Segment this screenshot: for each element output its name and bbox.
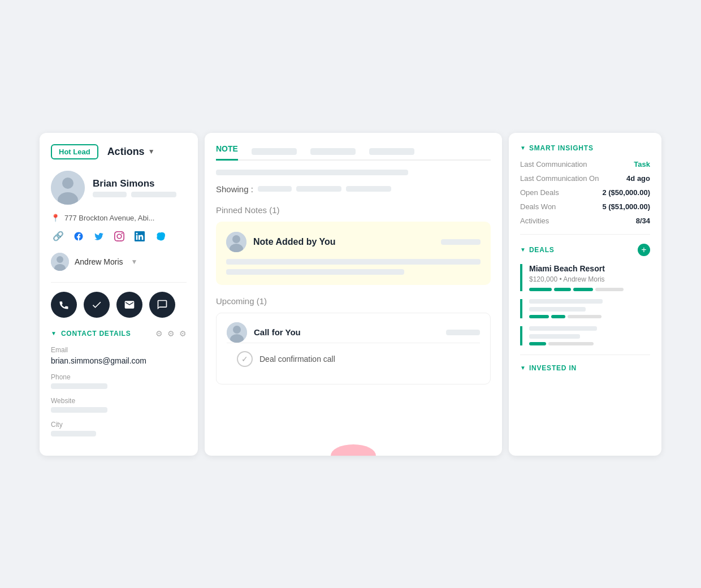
note-card: Note Added by You	[216, 222, 491, 285]
progress-bar-fill2	[554, 288, 571, 291]
tab-note[interactable]: NOTE	[216, 144, 238, 161]
progress-bar	[529, 315, 549, 318]
note-header: Note Added by You	[226, 232, 481, 252]
progress-bar-empty	[595, 288, 624, 291]
activities-row: Activities 8/34	[520, 217, 650, 225]
assigned-avatar	[51, 253, 69, 271]
deal1-name: Miami Beach Resort	[529, 264, 650, 273]
city-shimmer	[51, 431, 187, 436]
twitter-icon[interactable]	[92, 229, 106, 244]
progress-bar	[551, 315, 565, 318]
open-deals-label: Open Deals	[520, 188, 559, 197]
gear-icon[interactable]: ⚙	[179, 329, 187, 338]
open-deals-row: Open Deals 2 ($50,000.00)	[520, 188, 650, 197]
svg-point-7	[232, 235, 240, 243]
progress-bar-fill	[529, 288, 552, 291]
pink-blob-decoration	[331, 444, 376, 456]
invested-title: INVESTED IN	[529, 364, 577, 372]
shimmer-block	[131, 192, 176, 197]
address-row: 📍 777 Brockton Avenue, Abi...	[51, 214, 187, 222]
progress-bar-empty	[548, 342, 594, 345]
deals-section-header: ▼ DEALS	[520, 246, 555, 254]
check-circle: ✓	[237, 351, 253, 367]
deal1-progress	[529, 288, 650, 291]
smart-insights-header: ▼ SMART INSIGHTS	[520, 144, 650, 152]
action-icons	[51, 292, 187, 318]
activities-label: Activities	[520, 217, 549, 225]
hot-lead-badge[interactable]: Hot Lead	[51, 144, 98, 159]
right-panel: ▼ SMART INSIGHTS Last Communication Task…	[509, 133, 661, 456]
email-button[interactable]	[116, 292, 142, 318]
location-icon: 📍	[51, 214, 60, 222]
deal2-name-shimmer	[529, 299, 603, 304]
phone-label: Phone	[51, 373, 187, 381]
insights-chevron-icon[interactable]: ▼	[520, 145, 526, 151]
tabs-row: NOTE	[216, 144, 491, 161]
upcoming-title: Upcoming (1)	[216, 296, 491, 306]
actions-button[interactable]: Actions ▼	[107, 146, 155, 158]
settings-icon[interactable]: ⚙	[167, 329, 175, 338]
note-avatar	[226, 232, 246, 252]
deal3-progress	[529, 342, 650, 345]
add-deal-button[interactable]: +	[638, 244, 650, 256]
last-comm-value: Task	[634, 160, 650, 168]
assigned-name: Andrew Moris	[75, 257, 123, 266]
call-button[interactable]	[51, 292, 77, 318]
email-label: Email	[51, 346, 187, 354]
city-label: City	[51, 421, 187, 429]
call-avatar	[227, 322, 247, 343]
section-collapse-icon[interactable]: ▼	[51, 330, 57, 336]
profile-info: Brian Simons	[93, 178, 176, 197]
assigned-row: Andrew Moris ▼	[51, 253, 187, 271]
svg-point-4	[57, 256, 63, 263]
deals-won-value: 5 ($51,000.00)	[602, 202, 650, 211]
last-comm-label: Last Communication	[520, 160, 587, 168]
progress-bar-fill3	[573, 288, 593, 291]
deal3-sub-shimmer	[529, 334, 580, 339]
contact-details-icons: ⚙ ⚙ ⚙	[155, 329, 187, 338]
smart-insights-title: SMART INSIGHTS	[529, 144, 594, 152]
instagram-icon[interactable]	[112, 229, 127, 244]
upcoming-section: Upcoming (1) Call for You	[216, 296, 491, 384]
actions-label: Actions	[107, 146, 145, 158]
task-button[interactable]	[84, 292, 110, 318]
tab-shimmer2[interactable]	[310, 148, 356, 155]
chevron-down-icon: ▼	[148, 148, 155, 155]
social-row: 🔗	[51, 229, 187, 244]
link-icon[interactable]: 🔗	[51, 229, 66, 244]
deals-won-label: Deals Won	[520, 202, 556, 211]
progress-bar	[529, 342, 546, 345]
filter-icon[interactable]: ⚙	[155, 329, 163, 338]
message-button[interactable]	[149, 292, 175, 318]
deal-item-1: Miami Beach Resort $120,000 • Andrew Mor…	[520, 264, 650, 291]
profile-section: Brian Simons	[51, 171, 187, 205]
website-shimmer	[51, 407, 187, 413]
pinned-notes-title: Pinned Notes (1)	[216, 205, 491, 215]
address-text: 777 Brockton Avenue, Abi...	[64, 214, 155, 222]
showing-row: Showing :	[216, 184, 491, 194]
linkedin-icon[interactable]	[132, 229, 147, 244]
deal-confirmation-row: ✓ Deal confirmation call	[227, 343, 480, 375]
deals-chevron-icon[interactable]: ▼	[520, 247, 526, 253]
phone-shimmer	[51, 383, 187, 389]
skype-icon[interactable]	[153, 229, 167, 244]
invested-header: ▼ INVESTED IN	[520, 364, 650, 372]
facebook-icon[interactable]	[71, 229, 86, 244]
progress-bar-empty	[568, 315, 602, 318]
activities-value: 8/34	[636, 217, 650, 225]
tab-shimmer3[interactable]	[369, 148, 414, 155]
note-shimmer-right	[441, 239, 481, 245]
last-comm-row: Last Communication Task	[520, 160, 650, 168]
left-panel: Hot Lead Actions ▼ Brian Simons	[40, 133, 198, 456]
deal3-name-shimmer	[529, 326, 597, 331]
tab-shimmer[interactable]	[252, 148, 297, 155]
invested-chevron-icon[interactable]: ▼	[520, 365, 526, 371]
last-comm-on-label: Last Communication On	[520, 174, 599, 183]
website-label: Website	[51, 397, 187, 405]
call-card: Call for You ✓ Deal confirmation call	[216, 313, 491, 384]
assigned-chevron-icon[interactable]: ▼	[131, 258, 138, 266]
profile-sub	[93, 192, 176, 197]
deals-won-row: Deals Won 5 ($51,000.00)	[520, 202, 650, 211]
contact-details-title: CONTACT DETAILS	[61, 330, 131, 338]
deals-title: DEALS	[529, 246, 555, 254]
